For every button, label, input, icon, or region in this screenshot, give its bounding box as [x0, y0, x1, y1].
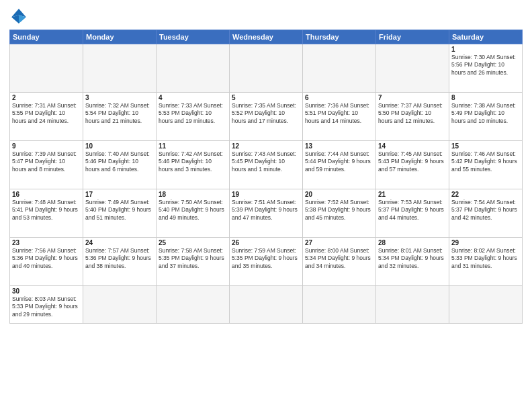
day-number: 10 [85, 142, 154, 150]
calendar-cell: 3Sunrise: 7:32 AM Sunset: 5:54 PM Daylig… [83, 93, 157, 141]
day-number: 16 [12, 191, 81, 198]
day-number: 28 [378, 239, 447, 246]
calendar-cell: 25Sunrise: 7:58 AM Sunset: 5:35 PM Dayli… [157, 238, 230, 286]
calendar-cell [10, 44, 83, 93]
header-day: Saturday [449, 30, 523, 44]
day-info: Sunrise: 8:02 AM Sunset: 5:33 PM Dayligh… [451, 247, 520, 270]
day-info: Sunrise: 7:37 AM Sunset: 5:50 PM Dayligh… [378, 102, 447, 125]
day-info: Sunrise: 7:31 AM Sunset: 5:55 PM Dayligh… [12, 102, 81, 125]
day-number: 6 [305, 94, 373, 101]
day-number: 3 [85, 94, 154, 101]
calendar-row: 9Sunrise: 7:39 AM Sunset: 5:47 PM Daylig… [10, 141, 523, 189]
logo-icon [9, 7, 28, 26]
day-info: Sunrise: 7:58 AM Sunset: 5:35 PM Dayligh… [159, 247, 227, 270]
header [9, 7, 523, 26]
day-info: Sunrise: 7:52 AM Sunset: 5:38 PM Dayligh… [305, 199, 373, 222]
calendar-cell [157, 44, 230, 93]
day-number: 7 [378, 94, 447, 101]
day-info: Sunrise: 8:01 AM Sunset: 5:34 PM Dayligh… [378, 247, 447, 270]
day-number: 5 [232, 94, 300, 101]
day-number: 20 [305, 191, 373, 198]
day-info: Sunrise: 8:00 AM Sunset: 5:34 PM Dayligh… [305, 247, 373, 270]
logo [9, 7, 31, 26]
calendar-cell: 1Sunrise: 7:30 AM Sunset: 5:56 PM Daylig… [449, 44, 523, 93]
day-info: Sunrise: 7:54 AM Sunset: 5:37 PM Dayligh… [451, 199, 520, 222]
calendar-row: 16Sunrise: 7:48 AM Sunset: 5:41 PM Dayli… [10, 189, 523, 238]
header-day: Tuesday [157, 30, 230, 44]
calendar-cell: 14Sunrise: 7:45 AM Sunset: 5:43 PM Dayli… [376, 141, 449, 189]
calendar-row: 2Sunrise: 7:31 AM Sunset: 5:55 PM Daylig… [10, 93, 523, 141]
day-number: 30 [12, 287, 81, 295]
day-info: Sunrise: 7:44 AM Sunset: 5:44 PM Dayligh… [305, 150, 373, 173]
day-number: 13 [305, 142, 373, 150]
day-info: Sunrise: 7:38 AM Sunset: 5:49 PM Dayligh… [451, 102, 520, 125]
calendar-cell: 10Sunrise: 7:40 AM Sunset: 5:46 PM Dayli… [83, 141, 157, 189]
calendar-cell [303, 286, 376, 324]
day-info: Sunrise: 7:51 AM Sunset: 5:39 PM Dayligh… [232, 199, 300, 222]
day-info: Sunrise: 7:33 AM Sunset: 5:53 PM Dayligh… [159, 102, 227, 125]
calendar-cell: 20Sunrise: 7:52 AM Sunset: 5:38 PM Dayli… [303, 189, 376, 238]
day-number: 15 [451, 142, 520, 150]
calendar-cell: 17Sunrise: 7:49 AM Sunset: 5:40 PM Dayli… [83, 189, 157, 238]
calendar-body: 1Sunrise: 7:30 AM Sunset: 5:56 PM Daylig… [10, 44, 523, 324]
day-info: Sunrise: 8:03 AM Sunset: 5:33 PM Dayligh… [12, 295, 81, 318]
calendar-cell: 18Sunrise: 7:50 AM Sunset: 5:40 PM Dayli… [157, 189, 230, 238]
calendar-cell: 16Sunrise: 7:48 AM Sunset: 5:41 PM Dayli… [10, 189, 83, 238]
calendar-cell: 7Sunrise: 7:37 AM Sunset: 5:50 PM Daylig… [376, 93, 449, 141]
day-info: Sunrise: 7:36 AM Sunset: 5:51 PM Dayligh… [305, 102, 373, 125]
day-number: 23 [12, 239, 81, 246]
day-number: 8 [451, 94, 520, 101]
day-number: 24 [85, 239, 154, 246]
day-info: Sunrise: 7:56 AM Sunset: 5:36 PM Dayligh… [12, 247, 81, 270]
day-number: 26 [232, 239, 300, 246]
calendar-cell: 8Sunrise: 7:38 AM Sunset: 5:49 PM Daylig… [449, 93, 523, 141]
day-info: Sunrise: 7:39 AM Sunset: 5:47 PM Dayligh… [12, 150, 81, 173]
calendar-cell: 6Sunrise: 7:36 AM Sunset: 5:51 PM Daylig… [303, 93, 376, 141]
calendar-cell: 27Sunrise: 8:00 AM Sunset: 5:34 PM Dayli… [303, 238, 376, 286]
day-info: Sunrise: 7:59 AM Sunset: 5:35 PM Dayligh… [232, 247, 300, 270]
day-info: Sunrise: 7:43 AM Sunset: 5:45 PM Dayligh… [232, 150, 300, 173]
day-info: Sunrise: 7:49 AM Sunset: 5:40 PM Dayligh… [85, 199, 154, 222]
calendar-cell: 30Sunrise: 8:03 AM Sunset: 5:33 PM Dayli… [10, 286, 83, 324]
day-number: 17 [85, 191, 154, 198]
day-number: 18 [159, 191, 227, 198]
day-number: 21 [378, 191, 447, 198]
day-info: Sunrise: 7:30 AM Sunset: 5:56 PM Dayligh… [451, 54, 520, 77]
calendar-cell: 23Sunrise: 7:56 AM Sunset: 5:36 PM Dayli… [10, 238, 83, 286]
day-number: 22 [451, 191, 520, 198]
day-info: Sunrise: 7:40 AM Sunset: 5:46 PM Dayligh… [85, 150, 154, 173]
calendar-cell [83, 286, 157, 324]
calendar-cell: 5Sunrise: 7:35 AM Sunset: 5:52 PM Daylig… [230, 93, 303, 141]
day-info: Sunrise: 7:57 AM Sunset: 5:36 PM Dayligh… [85, 247, 154, 270]
day-number: 1 [451, 46, 520, 53]
calendar-cell: 4Sunrise: 7:33 AM Sunset: 5:53 PM Daylig… [157, 93, 230, 141]
calendar-cell: 28Sunrise: 8:01 AM Sunset: 5:34 PM Dayli… [376, 238, 449, 286]
calendar-cell [157, 286, 230, 324]
day-number: 2 [12, 94, 81, 101]
header-day: Sunday [10, 30, 83, 44]
day-info: Sunrise: 7:50 AM Sunset: 5:40 PM Dayligh… [159, 199, 227, 222]
day-number: 4 [159, 94, 227, 101]
calendar-cell: 26Sunrise: 7:59 AM Sunset: 5:35 PM Dayli… [230, 238, 303, 286]
calendar-cell: 22Sunrise: 7:54 AM Sunset: 5:37 PM Dayli… [449, 189, 523, 238]
calendar-row: 23Sunrise: 7:56 AM Sunset: 5:36 PM Dayli… [10, 238, 523, 286]
calendar-cell: 9Sunrise: 7:39 AM Sunset: 5:47 PM Daylig… [10, 141, 83, 189]
calendar-cell: 29Sunrise: 8:02 AM Sunset: 5:33 PM Dayli… [449, 238, 523, 286]
calendar-cell: 21Sunrise: 7:53 AM Sunset: 5:37 PM Dayli… [376, 189, 449, 238]
day-info: Sunrise: 7:53 AM Sunset: 5:37 PM Dayligh… [378, 199, 447, 222]
day-number: 29 [451, 239, 520, 246]
day-number: 25 [159, 239, 227, 246]
calendar-cell: 2Sunrise: 7:31 AM Sunset: 5:55 PM Daylig… [10, 93, 83, 141]
day-info: Sunrise: 7:48 AM Sunset: 5:41 PM Dayligh… [12, 199, 81, 222]
day-info: Sunrise: 7:42 AM Sunset: 5:46 PM Dayligh… [159, 150, 227, 173]
calendar-cell: 15Sunrise: 7:46 AM Sunset: 5:42 PM Dayli… [449, 141, 523, 189]
day-number: 12 [232, 142, 300, 150]
day-number: 14 [378, 142, 447, 150]
day-number: 19 [232, 191, 300, 198]
calendar-row: 1Sunrise: 7:30 AM Sunset: 5:56 PM Daylig… [10, 44, 523, 93]
calendar-row: 30Sunrise: 8:03 AM Sunset: 5:33 PM Dayli… [10, 286, 523, 324]
calendar-cell [83, 44, 157, 93]
day-info: Sunrise: 7:35 AM Sunset: 5:52 PM Dayligh… [232, 102, 300, 125]
day-number: 9 [12, 142, 81, 150]
calendar-cell [303, 44, 376, 93]
